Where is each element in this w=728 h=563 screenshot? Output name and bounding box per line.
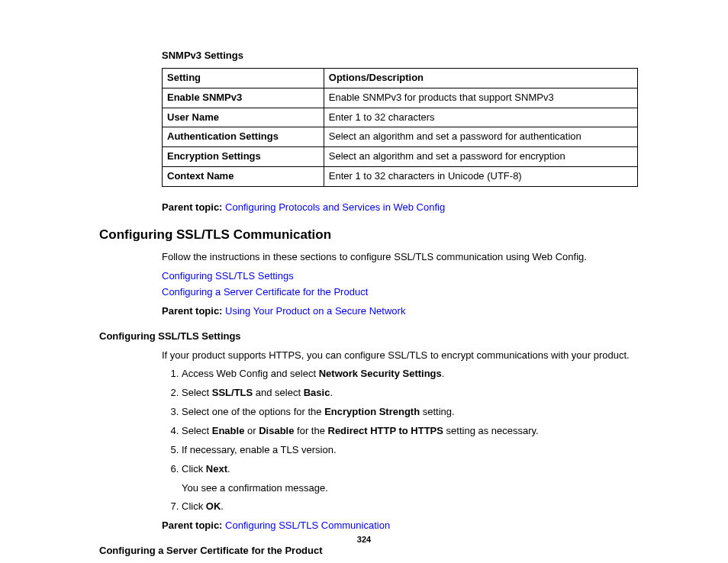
step-text: Access Web Config and select xyxy=(182,368,319,379)
step-text: or xyxy=(244,425,259,436)
table-row: Context Name Enter 1 to 32 characters in… xyxy=(163,167,638,187)
ssl-communication-heading: Configuring SSL/TLS Communication xyxy=(99,226,638,245)
step-text: . xyxy=(330,387,333,398)
snmp-parent-topic: Parent topic: Configuring Protocols and … xyxy=(162,201,638,215)
step-bold: Network Security Settings xyxy=(319,368,442,379)
table-row: Enable SNMPv3 Enable SNMPv3 for products… xyxy=(163,88,638,108)
step-bold: SSL/TLS xyxy=(212,387,253,398)
step-text: setting as necessary. xyxy=(443,425,539,436)
step-4: Select Enable or Disable for the Redirec… xyxy=(182,424,638,439)
parent-label: Parent topic: xyxy=(162,201,225,213)
ssl-settings-parent-topic: Parent topic: Configuring SSL/TLS Commun… xyxy=(162,519,638,533)
ssl-parent-topic: Parent topic: Using Your Product on a Se… xyxy=(162,304,638,319)
step-3: Select one of the options for the Encryp… xyxy=(182,405,638,420)
ssl-communication-body: Follow the instructions in these section… xyxy=(162,250,638,318)
step-text: . xyxy=(221,500,224,512)
setting-cell: User Name xyxy=(163,108,324,127)
step-5: If necessary, enable a TLS version. xyxy=(182,443,638,458)
ssl-settings-steps: Access Web Config and select Network Sec… xyxy=(162,367,638,514)
step-text: . xyxy=(227,463,230,475)
table-header-desc: Options/Description xyxy=(324,68,637,88)
step-text: Click xyxy=(182,463,206,475)
step-6-sub: You see a confirmation message. xyxy=(182,481,638,496)
step-2: Select SSL/TLS and select Basic. xyxy=(182,386,638,401)
snmpv3-settings-table: Setting Options/Description Enable SNMPv… xyxy=(162,68,638,187)
step-7: Click OK. xyxy=(182,500,638,514)
ssl-parent-link[interactable]: Using Your Product on a Secure Network xyxy=(225,305,405,317)
ssl-link-server-cert[interactable]: Configuring a Server Certificate for the… xyxy=(162,285,638,300)
step-bold: Next xyxy=(206,463,227,475)
desc-cell: Select an algorithm and set a password f… xyxy=(324,147,637,167)
table-row: Authentication Settings Select an algori… xyxy=(163,127,638,147)
table-header-setting: Setting xyxy=(163,68,324,88)
setting-cell: Enable SNMPv3 xyxy=(163,88,324,108)
setting-cell: Encryption Settings xyxy=(163,147,324,167)
step-bold: Enable xyxy=(212,425,245,436)
step-bold: Redirect HTTP to HTTPS xyxy=(328,425,443,436)
step-text: Select xyxy=(182,387,212,398)
ssl-sublinks: Configuring SSL/TLS Settings Configuring… xyxy=(162,269,638,300)
parent-label: Parent topic: xyxy=(162,520,225,531)
desc-cell: Enter 1 to 32 characters xyxy=(324,108,637,127)
step-bold: OK xyxy=(206,500,221,512)
setting-cell: Context Name xyxy=(163,167,324,187)
ssl-settings-intro: If your product supports HTTPS, you can … xyxy=(162,349,638,363)
ssl-settings-parent-link[interactable]: Configuring SSL/TLS Communication xyxy=(225,520,390,531)
snmpv3-title: SNMPv3 Settings xyxy=(162,49,638,63)
snmp-parent-link[interactable]: Configuring Protocols and Services in We… xyxy=(225,201,445,213)
desc-cell: Select an algorithm and set a password f… xyxy=(324,127,637,147)
ssl-link-settings[interactable]: Configuring SSL/TLS Settings xyxy=(162,269,638,284)
step-text: Select xyxy=(182,425,212,436)
step-text: for the xyxy=(294,425,327,436)
step-bold: Disable xyxy=(259,425,294,436)
ssl-settings-body: If your product supports HTTPS, you can … xyxy=(162,349,638,533)
snmpv3-section: SNMPv3 Settings Setting Options/Descript… xyxy=(162,49,638,215)
ssl-settings-heading: Configuring SSL/TLS Settings xyxy=(99,330,638,344)
step-text: Select one of the options for the xyxy=(182,406,324,417)
page-number: 324 xyxy=(0,534,728,546)
desc-cell: Enable SNMPv3 for products that support … xyxy=(324,88,637,108)
step-text: Click xyxy=(182,500,206,512)
step-text: setting. xyxy=(420,406,455,417)
table-row: Encryption Settings Select an algorithm … xyxy=(163,147,638,167)
step-bold: Basic xyxy=(304,387,330,398)
table-row: User Name Enter 1 to 32 characters xyxy=(163,108,638,127)
desc-cell: Enter 1 to 32 characters in Unicode (UTF… xyxy=(324,167,637,187)
document-page: SNMPv3 Settings Setting Options/Descript… xyxy=(0,0,728,563)
step-text: If necessary, enable a TLS version. xyxy=(182,444,337,455)
step-text: and select xyxy=(253,387,304,398)
table-header-row: Setting Options/Description xyxy=(163,68,638,88)
ssl-intro: Follow the instructions in these section… xyxy=(162,250,638,265)
parent-label: Parent topic: xyxy=(162,305,225,317)
step-6: Click Next. You see a confirmation messa… xyxy=(182,462,638,496)
step-1: Access Web Config and select Network Sec… xyxy=(182,367,638,381)
setting-cell: Authentication Settings xyxy=(163,127,324,147)
step-bold: Encryption Strength xyxy=(324,406,420,417)
step-text: . xyxy=(442,368,445,379)
